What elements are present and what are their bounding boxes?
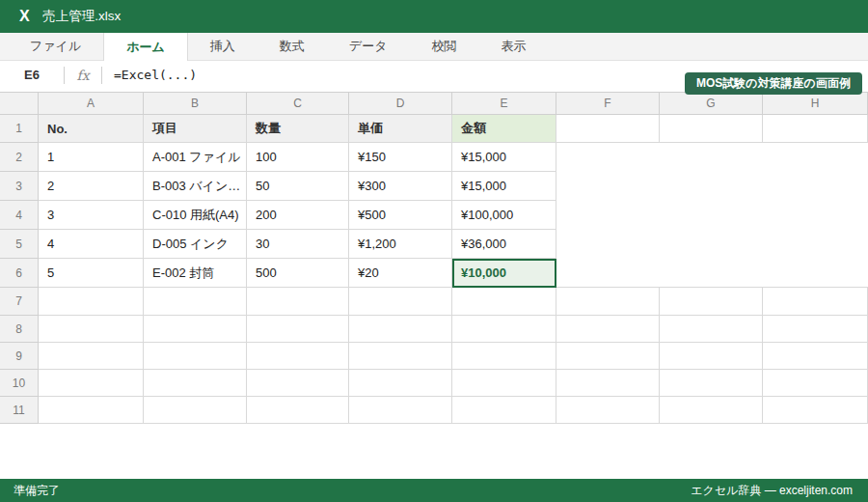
cell-E1[interactable]: 金額 [452, 115, 556, 143]
cell-C1[interactable]: 数量 [247, 115, 349, 143]
cell-F5[interactable] [556, 230, 660, 259]
cell-C8[interactable] [247, 316, 349, 343]
cell-E4[interactable]: ¥100,000 [452, 201, 556, 230]
cell-G11[interactable] [660, 397, 763, 424]
column-header-G[interactable]: G [660, 93, 763, 115]
cell-B7[interactable] [144, 288, 247, 316]
cell-D9[interactable] [349, 343, 452, 370]
cell-H4[interactable] [763, 201, 868, 230]
cell-C3[interactable]: 50 [247, 172, 349, 201]
tab-formulas[interactable]: 数式 [258, 33, 327, 60]
row-header-3[interactable]: 3 [0, 172, 39, 201]
cell-H1[interactable] [763, 115, 868, 143]
column-header-E[interactable]: E [452, 93, 556, 115]
cell-H7[interactable] [763, 287, 868, 316]
column-header-F[interactable]: F [556, 93, 660, 115]
cell-A2[interactable]: 1 [39, 143, 144, 172]
tab-data[interactable]: データ [327, 33, 410, 60]
cell-A7[interactable] [39, 288, 144, 316]
cell-C7[interactable] [247, 288, 349, 316]
cell-F1[interactable] [556, 115, 660, 143]
cell-B3[interactable]: B-003 バイン… [144, 172, 247, 201]
cell-D4[interactable]: ¥500 [349, 201, 452, 230]
cell-C10[interactable] [247, 370, 349, 397]
cell-A1[interactable]: No. [39, 115, 144, 143]
cell-E8[interactable] [452, 316, 556, 343]
cell-D3[interactable]: ¥300 [349, 172, 452, 201]
cell-H5[interactable] [763, 230, 868, 259]
row-header-10[interactable]: 10 [0, 370, 39, 397]
row-header-9[interactable]: 9 [0, 343, 39, 370]
cell-A9[interactable] [39, 343, 144, 370]
cell-F3[interactable] [556, 172, 660, 201]
cell-G5[interactable] [660, 230, 763, 259]
cell-F10[interactable] [556, 370, 660, 397]
cell-D7[interactable] [349, 288, 452, 316]
cell-F11[interactable] [556, 397, 660, 424]
cell-G7[interactable] [660, 287, 763, 316]
fx-icon[interactable]: fx [65, 68, 101, 83]
cell-E10[interactable] [452, 370, 556, 397]
cell-G6[interactable] [660, 259, 763, 288]
cell-H2[interactable] [763, 143, 868, 172]
cell-A5[interactable]: 4 [39, 230, 144, 259]
cell-D6[interactable]: ¥20 [349, 259, 452, 288]
cell-F6[interactable] [556, 259, 660, 288]
cell-C5[interactable]: 30 [247, 230, 349, 259]
cell-A3[interactable]: 2 [39, 172, 144, 201]
cell-E5[interactable]: ¥36,000 [452, 230, 556, 259]
cell-G10[interactable] [660, 370, 763, 397]
row-header-7[interactable]: 7 [0, 288, 39, 316]
cell-G4[interactable] [660, 201, 763, 230]
tab-home[interactable]: ホーム [103, 33, 188, 61]
column-header-B[interactable]: B [144, 93, 247, 115]
cell-B2[interactable]: A-001 ファイル [144, 143, 247, 172]
row-header-5[interactable]: 5 [0, 230, 39, 259]
column-header-D[interactable]: D [349, 93, 452, 115]
column-header-A[interactable]: A [39, 93, 144, 115]
cell-A4[interactable]: 3 [39, 201, 144, 230]
cell-G1[interactable] [660, 115, 763, 143]
row-header-11[interactable]: 11 [0, 397, 39, 424]
cell-A11[interactable] [39, 397, 144, 424]
row-header-1[interactable]: 1 [0, 115, 39, 143]
cell-F8[interactable] [556, 316, 660, 343]
cell-D5[interactable]: ¥1,200 [349, 230, 452, 259]
tab-view[interactable]: 表示 [478, 33, 548, 60]
cell-H8[interactable] [763, 316, 868, 343]
cell-G9[interactable] [660, 343, 763, 370]
cell-G8[interactable] [660, 316, 763, 343]
cell-D2[interactable]: ¥150 [349, 143, 452, 172]
cell-E3[interactable]: ¥15,000 [452, 172, 556, 201]
cell-E2[interactable]: ¥15,000 [452, 143, 556, 172]
cell-H9[interactable] [763, 343, 868, 370]
cell-A10[interactable] [39, 370, 144, 397]
column-header-H[interactable]: H [763, 93, 868, 115]
tab-insert[interactable]: 挿入 [188, 33, 258, 60]
cell-D10[interactable] [349, 370, 452, 397]
select-all-corner[interactable] [0, 93, 39, 115]
cell-H3[interactable] [763, 172, 868, 201]
cell-E9[interactable] [452, 343, 556, 370]
cell-D8[interactable] [349, 316, 452, 343]
cell-A8[interactable] [39, 316, 144, 343]
column-header-C[interactable]: C [247, 93, 349, 115]
cell-E7[interactable] [452, 288, 556, 316]
cell-D1[interactable]: 単価 [349, 115, 452, 143]
cell-B5[interactable]: D-005 インク [144, 230, 247, 259]
cell-F4[interactable] [556, 201, 660, 230]
cell-C6[interactable]: 500 [247, 259, 349, 288]
cell-B8[interactable] [144, 316, 247, 343]
cell-G2[interactable] [660, 143, 763, 172]
cell-B9[interactable] [144, 343, 247, 370]
cell-F7[interactable] [556, 287, 660, 316]
formula-input[interactable]: =Excel(...) [102, 68, 197, 82]
cell-H10[interactable] [763, 370, 868, 397]
row-header-6[interactable]: 6 [0, 259, 39, 288]
cell-reference-box[interactable]: E6 [0, 68, 64, 82]
cell-B1[interactable]: 項目 [144, 115, 247, 143]
cell-C11[interactable] [247, 397, 349, 424]
cell-F2[interactable] [556, 143, 660, 172]
row-header-2[interactable]: 2 [0, 143, 39, 172]
tab-file[interactable]: ファイル [8, 33, 103, 60]
